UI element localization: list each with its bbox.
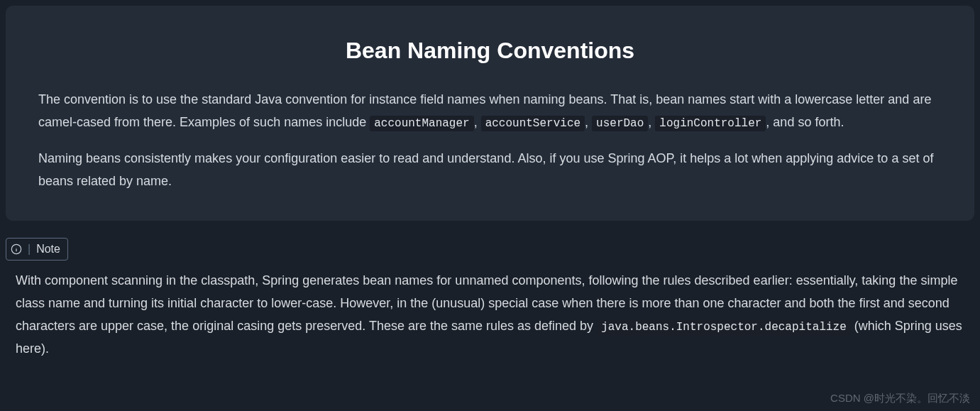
code-example: accountService [481,116,585,131]
para1-post: , and so forth. [766,115,844,129]
paragraph-consistency: Naming beans consistently makes your con… [38,148,942,192]
code-example: userDao [592,116,648,131]
svg-point-2 [16,247,17,248]
separator: | [28,240,31,258]
code-example: loginController [655,116,766,131]
note-label: | Note [6,238,68,261]
note-body: With component scanning in the classpath… [6,269,974,361]
info-icon [11,243,22,255]
code-decapitalize: java.beans.Introspector.decapitalize [597,319,851,335]
conventions-card: Bean Naming Conventions The convention i… [6,6,974,221]
paragraph-examples: The convention is to use the standard Ja… [38,89,942,133]
section-title: Bean Naming Conventions [38,33,942,69]
watermark: CSDN @时光不染。回忆不淡 [830,390,970,407]
code-example: accountManager [370,116,473,131]
note-block: | Note With component scanning in the cl… [6,238,974,360]
note-label-text: Note [36,240,60,258]
